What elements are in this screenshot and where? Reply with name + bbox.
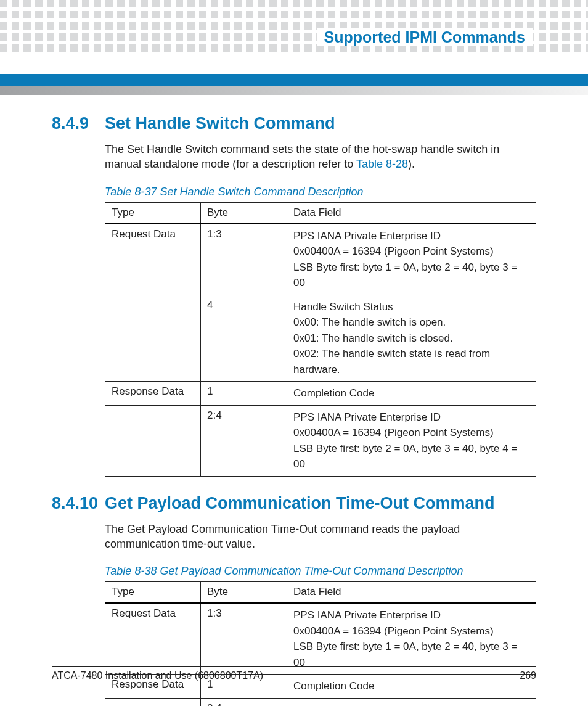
table-row: 2:4PPS IANA Private Enterprise ID0x00400… — [105, 698, 536, 706]
datafield-line: Handle Switch Status — [293, 299, 529, 315]
section-title: Set Handle Switch Command — [105, 114, 335, 133]
table-row: Response Data1Completion Code — [105, 382, 536, 406]
datafield-line: LSB Byte first: byte 1 = 0A, byte 2 = 40… — [293, 260, 529, 291]
table-row: Request Data1:3PPS IANA Private Enterpri… — [105, 603, 536, 675]
cell-datafield: PPS IANA Private Enterprise ID0x00400A =… — [287, 223, 536, 295]
running-header-title: Supported IPMI Commands — [317, 28, 533, 46]
cell-type — [105, 698, 201, 706]
command-table: Type Byte Data Field Request Data1:3PPS … — [105, 581, 536, 706]
datafield-line: 0x02: The handle switch state is read fr… — [293, 346, 529, 377]
section-paragraph: The Set Handle Switch command sets the s… — [105, 142, 536, 172]
col-header-byte: Byte — [201, 582, 287, 603]
datafield-line: 0x00400A = 16394 (Pigeon Point Systems) — [293, 244, 529, 260]
datafield-line: PPS IANA Private Enterprise ID — [293, 702, 529, 706]
footer-page-number: 269 — [520, 670, 536, 681]
cell-type — [105, 405, 201, 476]
datafield-line: LSB Byte first: byte 2 = 0A, byte 3 = 40… — [293, 441, 529, 472]
cell-datafield: PPS IANA Private Enterprise ID0x00400A =… — [287, 603, 536, 675]
col-header-type: Type — [105, 582, 201, 603]
cell-byte: 2:4 — [201, 405, 287, 476]
section-paragraph: The Get Payload Communication Time-Out c… — [105, 522, 536, 552]
footer-doc-title: ATCA-7480 Installation and Use (6806800T… — [52, 670, 263, 681]
cell-type: Request Data — [105, 223, 201, 295]
header-grey-gradient — [0, 86, 588, 95]
datafield-line: 0x01: The handle switch is closed. — [293, 330, 529, 347]
datafield-line: 0x00400A = 16394 (Pigeon Point Systems) — [293, 623, 529, 639]
page-footer: ATCA-7480 Installation and Use (6806800T… — [52, 666, 536, 681]
para-text: The Set Handle Switch command sets the s… — [105, 143, 499, 170]
cell-byte: 1:3 — [201, 603, 287, 675]
datafield-line: PPS IANA Private Enterprise ID — [293, 409, 529, 425]
cell-datafield: Completion Code — [287, 382, 536, 406]
table-row: Request Data1:3PPS IANA Private Enterpri… — [105, 223, 536, 295]
cell-datafield: Handle Switch Status0x00: The handle swi… — [287, 295, 536, 382]
section-title: Get Payload Communication Time-Out Comma… — [105, 494, 495, 513]
header-blue-bar — [0, 74, 588, 86]
table-cross-reference[interactable]: Table 8-28 — [356, 158, 408, 170]
table-caption: Table 8-38 Get Payload Communication Tim… — [105, 565, 536, 578]
table-caption: Table 8-37 Set Handle Switch Command Des… — [105, 186, 536, 199]
command-table: Type Byte Data Field Request Data1:3PPS … — [105, 202, 536, 477]
cell-type: Request Data — [105, 603, 201, 675]
datafield-line: Completion Code — [293, 385, 529, 401]
section-number: 8.4.9 — [52, 114, 105, 133]
col-header-byte: Byte — [201, 202, 287, 223]
col-header-type: Type — [105, 202, 201, 223]
cell-datafield: PPS IANA Private Enterprise ID0x00400A =… — [287, 405, 536, 476]
cell-type — [105, 295, 201, 382]
para-text-tail: ). — [408, 158, 415, 170]
datafield-line: PPS IANA Private Enterprise ID — [293, 607, 529, 623]
datafield-line: 0x00400A = 16394 (Pigeon Point Systems) — [293, 425, 529, 441]
table-row: 2:4PPS IANA Private Enterprise ID0x00400… — [105, 405, 536, 476]
cell-type: Response Data — [105, 382, 201, 406]
col-header-datafield: Data Field — [287, 582, 536, 603]
datafield-line: PPS IANA Private Enterprise ID — [293, 228, 529, 244]
col-header-datafield: Data Field — [287, 202, 536, 223]
cell-datafield: PPS IANA Private Enterprise ID0x00400A =… — [287, 698, 536, 706]
table-row: 4Handle Switch Status0x00: The handle sw… — [105, 295, 536, 382]
cell-byte: 1 — [201, 382, 287, 406]
cell-byte: 2:4 — [201, 698, 287, 706]
cell-byte: 4 — [201, 295, 287, 382]
datafield-line: 0x00: The handle switch is open. — [293, 314, 529, 330]
cell-byte: 1:3 — [201, 223, 287, 295]
section-number: 8.4.10 — [52, 494, 105, 513]
